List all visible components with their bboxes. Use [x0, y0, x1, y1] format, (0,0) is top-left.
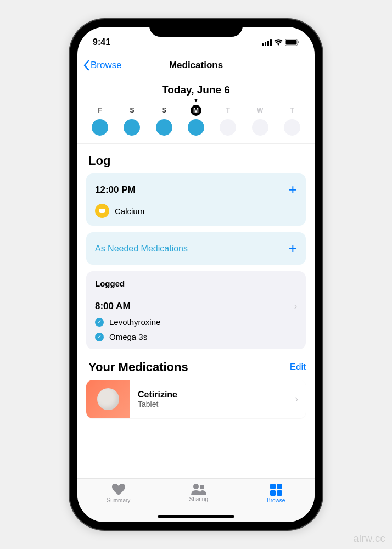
day-dot-icon: [252, 119, 268, 136]
day-dot-icon: [284, 119, 300, 136]
svg-point-7: [193, 484, 199, 489]
day-label: T: [222, 105, 233, 116]
your-medications-title: Your Medications: [88, 360, 188, 374]
svg-rect-2: [267, 41, 269, 46]
back-label: Browse: [91, 60, 122, 71]
logged-time: 8:00 AM: [95, 301, 131, 312]
back-button[interactable]: Browse: [83, 60, 122, 71]
medication-thumbnail-icon: [86, 380, 130, 418]
svg-point-8: [200, 485, 204, 489]
svg-rect-3: [270, 39, 272, 46]
grid-icon: [270, 483, 283, 496]
logged-card[interactable]: Logged 8:00 AM › ✓ Levothyroxine ✓ Omega…: [86, 271, 306, 349]
day-label: T: [287, 105, 298, 116]
day-label: F: [94, 105, 105, 116]
wifi-icon: [274, 39, 283, 46]
logged-med-name: Omega 3s: [109, 332, 147, 341]
notch: [149, 19, 243, 37]
day-saturday[interactable]: S: [121, 105, 143, 136]
svg-rect-0: [262, 43, 264, 46]
dose-time: 12:00 PM: [95, 184, 136, 195]
battery-icon: [285, 39, 299, 46]
status-time: 9:41: [93, 37, 110, 47]
medication-card-form: Tablet: [138, 400, 177, 408]
day-monday[interactable]: M: [185, 105, 207, 136]
check-icon: ✓: [95, 318, 104, 327]
logged-med-row: ✓ Levothyroxine: [95, 317, 297, 327]
svg-rect-5: [286, 40, 297, 45]
svg-rect-11: [270, 490, 276, 496]
edit-button[interactable]: Edit: [290, 362, 306, 373]
logged-med-name: Levothyroxine: [109, 317, 160, 327]
as-needed-label: As Needed Medications: [95, 244, 188, 254]
svg-rect-9: [270, 484, 276, 489]
medication-card[interactable]: Cetirizine Tablet ›: [86, 380, 306, 418]
tab-label: Sharing: [189, 496, 208, 502]
as-needed-card[interactable]: As Needed Medications +: [86, 232, 306, 265]
day-thursday[interactable]: T: [281, 105, 303, 136]
phone-frame: 9:41 Browse Medications Today, June 6 ▼ …: [70, 19, 322, 530]
watermark: alrw.cc: [353, 533, 385, 545]
add-as-needed-button[interactable]: +: [289, 240, 297, 257]
tab-browse[interactable]: Browse: [267, 483, 285, 522]
logged-header: Logged: [95, 279, 297, 294]
status-indicators: [262, 39, 299, 46]
day-dot-icon: [220, 119, 236, 136]
content-area[interactable]: Log 12:00 PM + Calcium As Needed Medicat…: [77, 144, 315, 478]
people-icon: [191, 483, 207, 495]
home-indicator[interactable]: [158, 515, 234, 518]
cellular-icon: [262, 39, 272, 46]
tab-label: Summary: [107, 497, 131, 503]
day-label: W: [255, 105, 266, 116]
pill-icon: [95, 204, 109, 218]
day-friday[interactable]: F: [89, 105, 111, 136]
medication-row[interactable]: Calcium: [95, 204, 297, 218]
date-header: Today, June 6: [77, 77, 315, 98]
day-label: S: [159, 105, 170, 116]
chevron-right-icon: ›: [295, 394, 298, 404]
day-wednesday[interactable]: W: [249, 105, 271, 136]
chevron-right-icon: ›: [294, 301, 297, 311]
svg-rect-6: [298, 41, 299, 43]
scheduled-dose-card[interactable]: 12:00 PM + Calcium: [86, 173, 306, 226]
log-section-title: Log: [88, 154, 306, 168]
day-dot-icon: [124, 119, 140, 136]
date-arrow-icon: ▼: [77, 98, 315, 103]
logged-med-row: ✓ Omega 3s: [95, 332, 297, 341]
day-sunday[interactable]: S: [153, 105, 175, 136]
nav-bar: Browse Medications: [77, 53, 315, 77]
add-dose-button[interactable]: +: [289, 181, 297, 198]
day-dot-icon: [188, 119, 204, 136]
tab-summary[interactable]: Summary: [107, 483, 131, 522]
tab-label: Browse: [267, 497, 285, 503]
heart-icon: [111, 483, 126, 496]
medication-name: Calcium: [115, 206, 144, 216]
svg-rect-12: [277, 490, 282, 496]
check-icon: ✓: [95, 333, 104, 341]
day-dot-icon: [92, 119, 108, 136]
day-label: M: [191, 105, 201, 116]
day-tuesday[interactable]: T: [217, 105, 239, 136]
svg-rect-1: [265, 42, 266, 46]
week-strip[interactable]: F S S M T W T: [77, 103, 315, 144]
day-dot-icon: [156, 119, 172, 136]
screen: 9:41 Browse Medications Today, June 6 ▼ …: [77, 27, 315, 522]
svg-rect-10: [277, 484, 282, 489]
day-label: S: [126, 105, 137, 116]
chevron-left-icon: [83, 60, 89, 71]
medication-card-name: Cetirizine: [138, 390, 177, 400]
nav-title: Medications: [169, 60, 223, 71]
